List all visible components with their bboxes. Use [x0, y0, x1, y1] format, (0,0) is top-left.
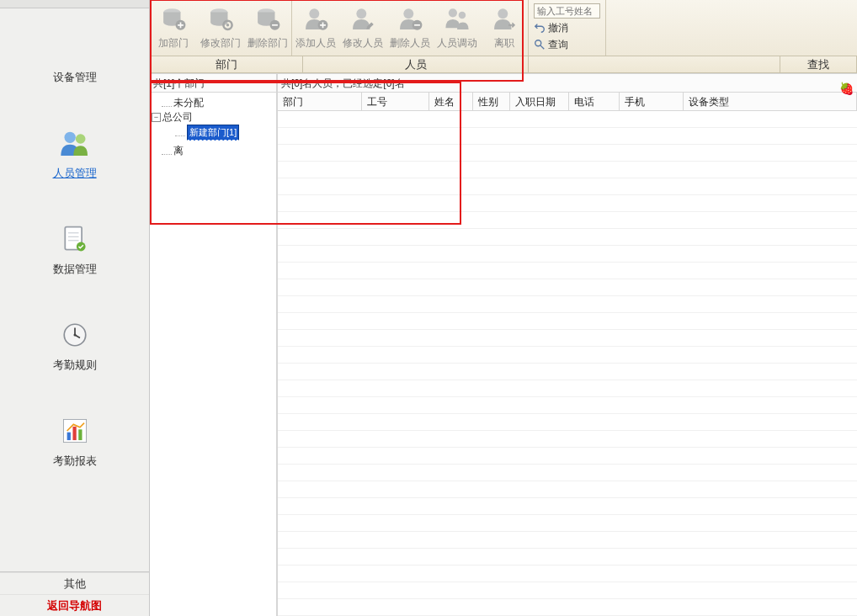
tab-person[interactable]: 人员	[303, 56, 529, 72]
table-row[interactable]	[278, 549, 857, 566]
svg-line-31	[540, 45, 544, 49]
edit-person-button[interactable]: 修改人员	[339, 2, 386, 54]
tree-node-leave[interactable]: 离	[152, 144, 274, 158]
table-row[interactable]	[278, 481, 857, 498]
toolbar-label: 撤消	[548, 21, 568, 35]
col-dept[interactable]: 部门	[278, 93, 362, 110]
sidebar-item-device[interactable]: 设备管理	[53, 70, 97, 85]
col-name[interactable]: 姓名	[429, 93, 473, 110]
app-root: 设备管理 人员管理	[0, 0, 857, 616]
svg-point-27	[449, 8, 457, 17]
toolbar-label: 人员调动	[437, 36, 477, 50]
tab-find[interactable]: 查找	[780, 56, 857, 72]
svg-point-24	[356, 8, 366, 19]
tree-node-root[interactable]: − 总公司	[152, 110, 274, 125]
table-header: 部门 工号 姓名 性别 入职日期 电话 手机 设备类型	[278, 93, 857, 111]
table-row[interactable]	[278, 263, 857, 279]
table-row[interactable]	[278, 347, 857, 364]
col-mobile[interactable]: 手机	[620, 93, 684, 110]
main: 加部门 修改部门 删除部门	[150, 0, 857, 616]
move-person-button[interactable]: 人员调动	[434, 2, 481, 54]
toolbar-label: 查询	[548, 38, 568, 52]
sidebar-item-other[interactable]: 其他	[0, 572, 149, 594]
table-row[interactable]	[278, 195, 857, 212]
leave-person-button[interactable]: 离职	[481, 2, 528, 54]
table-row[interactable]	[278, 246, 857, 263]
table-row[interactable]	[278, 313, 857, 330]
delete-person-button[interactable]: 删除人员	[386, 2, 434, 54]
sidebar-item-report[interactable]: 考勤报表	[53, 415, 97, 469]
table-row[interactable]	[278, 162, 857, 178]
col-devicetype[interactable]: 设备类型	[684, 93, 857, 110]
table-row[interactable]	[278, 498, 857, 515]
table-row[interactable]	[278, 582, 857, 599]
table-row[interactable]	[278, 212, 857, 229]
content: 共[1]个部门 未分配 − 总公司 新建部门[1]	[150, 73, 857, 616]
sidebar-item-label: 人员管理	[53, 166, 97, 181]
table-row[interactable]	[278, 330, 857, 347]
tree-line-icon	[175, 130, 185, 136]
table-row[interactable]	[278, 380, 857, 397]
table-row[interactable]	[278, 397, 857, 414]
toolbar-label: 加部门	[158, 36, 189, 50]
tree-label: 离	[173, 144, 184, 158]
col-hiredate[interactable]: 入职日期	[510, 93, 569, 110]
toolbar-label: 离职	[494, 36, 514, 50]
sidebar-bottom: 其他 返回导航图	[0, 571, 149, 616]
table-row[interactable]	[278, 229, 857, 246]
toolbar-label: 删除部门	[248, 36, 288, 50]
table-row[interactable]	[278, 364, 857, 380]
collapse-icon[interactable]: −	[152, 113, 161, 122]
table-body	[278, 111, 857, 616]
sidebar-item-data[interactable]: 数据管理	[53, 223, 97, 277]
toolbar-label: 修改人员	[343, 36, 383, 50]
svg-rect-13	[72, 427, 76, 440]
toolbar-label: 添加人员	[295, 36, 336, 50]
toolbar: 加部门 修改部门 删除部门	[150, 0, 857, 56]
table-row[interactable]	[278, 414, 857, 431]
table-row[interactable]	[278, 145, 857, 162]
add-person-button[interactable]: 添加人员	[292, 2, 339, 54]
table-row[interactable]	[278, 128, 857, 145]
table-row[interactable]	[278, 279, 857, 296]
edit-dept-button[interactable]: 修改部门	[197, 2, 244, 54]
svg-rect-14	[78, 429, 82, 440]
sidebar-item-rules[interactable]: 考勤规则	[53, 319, 97, 373]
table-row[interactable]	[278, 448, 857, 465]
person-plus-icon	[301, 4, 331, 35]
database-minus-icon	[253, 4, 283, 35]
nav-back-button[interactable]: 返回导航图	[0, 594, 149, 616]
tab-dept[interactable]: 部门	[150, 56, 303, 72]
sidebar-item-personnel[interactable]: 人员管理	[53, 127, 97, 181]
search-input[interactable]	[534, 3, 600, 19]
col-empno[interactable]: 工号	[362, 93, 429, 110]
table-row[interactable]	[278, 465, 857, 481]
people-icon	[58, 127, 92, 159]
table-row[interactable]	[278, 296, 857, 313]
table-row[interactable]	[278, 566, 857, 582]
table-row[interactable]	[278, 599, 857, 616]
svg-point-30	[535, 40, 541, 46]
strawberry-icon: 🍓	[839, 82, 854, 95]
database-gear-icon	[205, 4, 236, 35]
query-button[interactable]: 查询	[534, 37, 600, 52]
table-row[interactable]	[278, 515, 857, 532]
table-row[interactable]	[278, 431, 857, 448]
tree-label-editing[interactable]: 新建部门[1]	[187, 125, 239, 141]
clock-icon	[58, 319, 92, 351]
svg-point-19	[226, 24, 229, 26]
table-row[interactable]	[278, 111, 857, 128]
tree-node-unassigned[interactable]: 未分配	[152, 96, 274, 110]
tree-node-new[interactable]: 新建部门[1]	[152, 125, 274, 141]
table-row[interactable]	[278, 178, 857, 195]
sidebar-header	[0, 0, 149, 8]
sidebar-item-label: 数据管理	[53, 262, 97, 277]
undo-icon	[534, 22, 546, 34]
tree-label: 总公司	[162, 110, 193, 125]
add-dept-button[interactable]: 加部门	[150, 2, 197, 54]
col-phone[interactable]: 电话	[569, 93, 620, 110]
col-gender[interactable]: 性别	[473, 93, 510, 110]
revoke-button[interactable]: 撤消	[534, 20, 600, 35]
table-row[interactable]	[278, 532, 857, 549]
delete-dept-button[interactable]: 删除部门	[244, 2, 291, 54]
